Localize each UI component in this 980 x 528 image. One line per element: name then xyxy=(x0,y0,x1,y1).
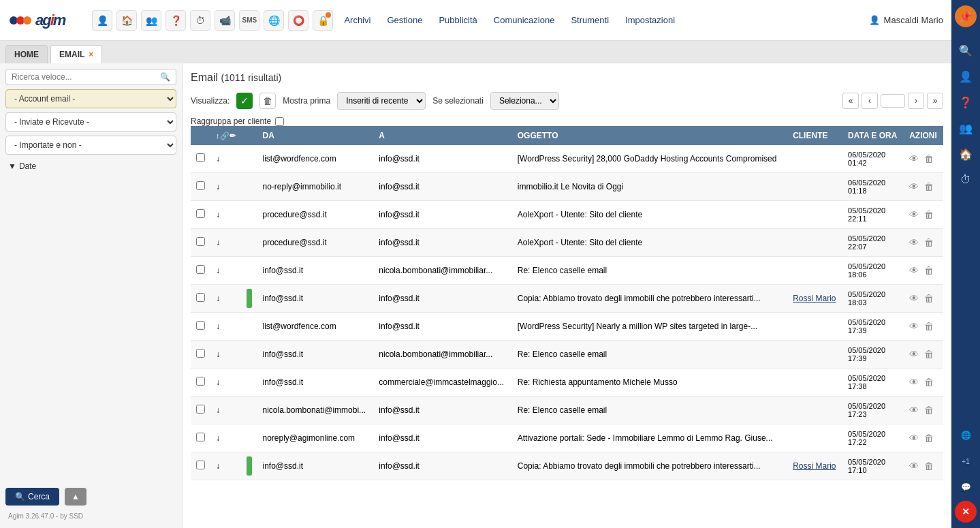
delete-row-icon[interactable]: 🗑 xyxy=(924,321,934,332)
date-section[interactable]: ▼ Date xyxy=(5,159,176,174)
raggruppa-checkbox[interactable] xyxy=(275,117,284,126)
row-checkbox-cell xyxy=(191,313,210,341)
row-checkbox[interactable] xyxy=(196,405,205,414)
nav-impostazioni[interactable]: Impostazioni xyxy=(625,15,675,25)
sms-icon[interactable]: SMS xyxy=(239,10,259,31)
chat-bottom-icon[interactable]: 💬 xyxy=(953,475,978,499)
view-icon[interactable]: 👁 xyxy=(909,405,919,416)
row-checkbox[interactable] xyxy=(196,293,205,302)
home-icon[interactable]: 🏠 xyxy=(116,10,137,31)
home-sidebar-icon[interactable]: 🏠 xyxy=(953,142,978,166)
importate-non-select[interactable]: - Importate e non - xyxy=(5,136,176,155)
view-icon[interactable]: 👁 xyxy=(909,321,919,332)
clock-icon[interactable]: ⏱ xyxy=(190,10,210,31)
search-box[interactable]: 🔍 xyxy=(5,69,176,85)
pin-sidebar-icon[interactable]: 📌 xyxy=(955,5,977,27)
nav-comunicazione[interactable]: Comunicazione xyxy=(494,15,555,25)
lock-badge-icon[interactable]: 🔒 xyxy=(313,10,333,31)
page-number-input[interactable]: 1 xyxy=(881,94,905,108)
help-sidebar-icon[interactable]: ❓ xyxy=(953,90,978,114)
row-to: info@ssd.it xyxy=(373,229,511,257)
account-email-select[interactable]: - Account email - xyxy=(5,89,176,108)
delete-row-icon[interactable]: 🗑 xyxy=(924,349,934,360)
check-all-button[interactable]: ✓ xyxy=(236,93,253,109)
delete-row-icon[interactable]: 🗑 xyxy=(924,293,934,304)
delete-row-icon[interactable]: 🗑 xyxy=(924,237,934,248)
prev-page-button[interactable]: ‹ xyxy=(862,93,878,109)
clock-sidebar-icon[interactable]: ⏱ xyxy=(953,168,978,192)
view-icon[interactable]: 👁 xyxy=(909,377,919,388)
globe-icon[interactable]: 🌐 xyxy=(264,10,284,31)
se-selezionati-select[interactable]: Seleziona... xyxy=(490,92,559,110)
row-type-icon: ↓ xyxy=(216,377,220,387)
person-icon[interactable]: 👤 xyxy=(92,10,112,31)
row-checkbox[interactable] xyxy=(196,209,205,218)
delete-row-icon[interactable]: 🗑 xyxy=(924,377,934,388)
content-area: 🔍 - Account email - - Inviate e Ricevute… xyxy=(0,63,951,528)
nav-pubblicita[interactable]: Pubblicità xyxy=(439,15,477,25)
row-subject: [WordPress Security] Nearly a million WP… xyxy=(512,313,787,341)
phone-bottom-icon[interactable]: +1 xyxy=(953,449,978,473)
delete-row-icon[interactable]: 🗑 xyxy=(924,433,934,444)
nav-strumenti[interactable]: Strumenti xyxy=(571,15,609,25)
people-icon[interactable]: 👥 xyxy=(141,10,161,31)
row-checkbox[interactable] xyxy=(196,237,205,246)
row-type-icon: ↓ xyxy=(216,322,220,331)
people-settings-sidebar-icon[interactable]: 👥 xyxy=(953,116,978,140)
row-to: info@ssd.it xyxy=(373,285,511,313)
question-icon[interactable]: ❓ xyxy=(165,10,186,31)
tab-home[interactable]: HOME xyxy=(5,45,48,63)
search-button[interactable]: 🔍 Cerca xyxy=(5,488,59,506)
delete-row-icon[interactable]: 🗑 xyxy=(924,265,934,276)
table-header-row: ↕🔗✏ DA A OGGETTO CLIENTE DATA E ORA AZIO… xyxy=(191,126,943,145)
inviate-ricevute-select[interactable]: - Inviate e Ricevute - xyxy=(5,112,176,131)
delete-row-icon[interactable]: 🗑 xyxy=(924,461,934,471)
mostra-prima-select[interactable]: Inseriti di recente xyxy=(337,92,426,110)
row-checkbox[interactable] xyxy=(196,153,205,162)
row-from: info@ssd.it xyxy=(257,452,374,480)
view-icon[interactable]: 👁 xyxy=(909,237,919,248)
person-add-sidebar-icon[interactable]: 👤 xyxy=(953,64,978,89)
delete-row-icon[interactable]: 🗑 xyxy=(924,209,934,220)
row-checkbox-cell xyxy=(191,397,210,424)
view-icon[interactable]: 👁 xyxy=(909,153,919,164)
close-bottom-icon[interactable]: ✕ xyxy=(955,501,977,523)
row-actions: 👁 🗑 xyxy=(904,257,943,285)
row-checkbox[interactable] xyxy=(196,321,205,330)
delete-row-icon[interactable]: 🗑 xyxy=(924,405,934,416)
search-icon[interactable]: 🔍 xyxy=(160,72,170,82)
nav-gestione[interactable]: Gestione xyxy=(387,15,422,25)
view-icon[interactable]: 👁 xyxy=(909,209,919,220)
row-checkbox[interactable] xyxy=(196,377,205,386)
row-checkbox[interactable] xyxy=(196,349,205,358)
globe-bottom-icon[interactable]: 🌐 xyxy=(953,423,978,448)
view-icon[interactable]: 👁 xyxy=(909,293,919,304)
delete-button[interactable]: 🗑 xyxy=(259,93,276,109)
cliente-link[interactable]: Rossi Mario xyxy=(793,294,836,303)
row-checkbox[interactable] xyxy=(196,265,205,274)
search-sidebar-icon[interactable]: 🔍 xyxy=(953,38,978,63)
last-page-button[interactable]: » xyxy=(927,93,943,109)
row-checkbox[interactable] xyxy=(196,433,205,441)
nav-archivi[interactable]: Archivi xyxy=(344,15,370,25)
next-page-button[interactable]: › xyxy=(908,93,924,109)
delete-row-icon[interactable]: 🗑 xyxy=(924,181,934,192)
view-icon[interactable]: 👁 xyxy=(909,433,919,444)
row-from: noreply@agimonline.com xyxy=(257,424,374,452)
circle-icon[interactable]: ⭕ xyxy=(288,10,309,31)
delete-row-icon[interactable]: 🗑 xyxy=(924,153,934,164)
row-checkbox[interactable] xyxy=(196,181,205,190)
view-icon[interactable]: 👁 xyxy=(909,181,919,192)
row-checkbox[interactable] xyxy=(196,461,205,469)
view-icon[interactable]: 👁 xyxy=(909,461,919,471)
view-icon[interactable]: 👁 xyxy=(909,265,919,276)
view-icon[interactable]: 👁 xyxy=(909,349,919,360)
video-icon[interactable]: 📹 xyxy=(215,10,235,31)
th-checkbox xyxy=(191,126,210,145)
first-page-button[interactable]: « xyxy=(842,93,859,109)
search-input[interactable] xyxy=(12,72,160,82)
cliente-link[interactable]: Rossi Mario xyxy=(793,461,836,471)
scroll-up-button[interactable]: ▲ xyxy=(65,488,86,506)
tab-email[interactable]: EMAIL × xyxy=(50,45,102,63)
tab-close-icon[interactable]: × xyxy=(89,50,93,59)
